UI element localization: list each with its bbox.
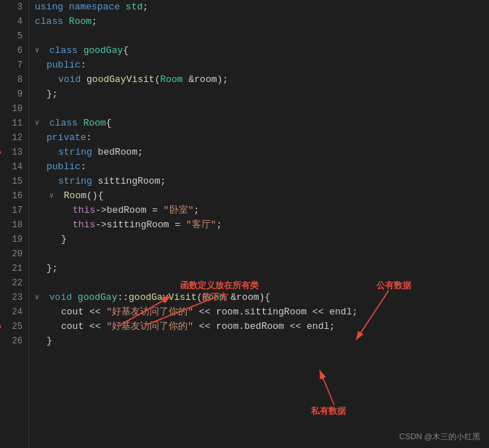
code-line-17: this->bedRoom = "卧室"; <box>35 203 489 218</box>
line-5: 5 <box>6 29 23 44</box>
code-line-14: public: <box>35 160 489 174</box>
code-line-23: ∨ void goodGay::goodGayVisit(Room &room)… <box>35 290 489 305</box>
line-12: 12 <box>6 131 23 145</box>
line-25: 25 <box>6 319 23 334</box>
line-3: 3 <box>6 0 23 15</box>
code-line-20 <box>35 247 489 261</box>
line-9: 9 <box>6 87 23 102</box>
line-numbers: 3 4 5 6 7 8 9 10 11 12 13 14 15 16 17 18… <box>0 0 29 448</box>
code-line-3: using namespace std; <box>35 0 489 15</box>
code-line-10 <box>35 102 489 116</box>
code-line-12: private: <box>35 131 489 145</box>
code-line-19: } <box>35 232 489 247</box>
code-line-21: }; <box>35 261 489 276</box>
line-23: 23 <box>6 290 23 305</box>
code-line-24: cout << "好基友访问了你的" << room.sittingRoom <… <box>35 305 489 319</box>
line-22: 22 <box>6 276 23 290</box>
line-16: 16 <box>6 189 23 203</box>
code-line-11: ∨ class Room{ <box>35 116 489 131</box>
line-24: 24 <box>6 305 23 319</box>
line-7: 7 <box>6 58 23 73</box>
code-line-6: ∨ class goodGay{ <box>35 44 489 58</box>
line-10: 10 <box>6 102 23 116</box>
line-8: 8 <box>6 73 23 87</box>
code-line-22 <box>35 276 489 290</box>
line-13: 13 <box>6 145 23 160</box>
line-21: 21 <box>6 261 23 276</box>
code-line-4: class Room; <box>35 15 489 29</box>
line-4: 4 <box>6 15 23 29</box>
line-19: 19 <box>6 232 23 247</box>
code-line-13: string bedRoom; <box>35 145 489 160</box>
line-17: 17 <box>6 203 23 218</box>
watermark: CSDN @木三的小红黑 <box>400 431 480 442</box>
line-26: 26 <box>6 334 23 349</box>
line-18: 18 <box>6 218 23 232</box>
code-line-26: } <box>35 334 489 349</box>
code-line-5 <box>35 29 489 44</box>
code-line-15: string sittingRoom; <box>35 174 489 189</box>
code-line-7: public: <box>35 58 489 73</box>
code-line-25: cout << "好基友访问了你的" << room.bedRoom << en… <box>35 319 489 334</box>
code-editor: 3 4 5 6 7 8 9 10 11 12 13 14 15 16 17 18… <box>0 0 489 448</box>
code-line-18: this->sittingRoom = "客厅"; <box>35 218 489 232</box>
line-11: 11 <box>6 116 23 131</box>
code-content: using namespace std; class Room; ∨ class… <box>29 0 489 448</box>
line-15: 15 <box>6 174 23 189</box>
code-line-8: void goodGayVisit(Room &room); <box>35 73 489 87</box>
code-line-16: ∨ Room(){ <box>35 189 489 203</box>
code-line-9: }; <box>35 87 489 102</box>
line-14: 14 <box>6 160 23 174</box>
line-20: 20 <box>6 247 23 261</box>
line-6: 6 <box>6 44 23 58</box>
